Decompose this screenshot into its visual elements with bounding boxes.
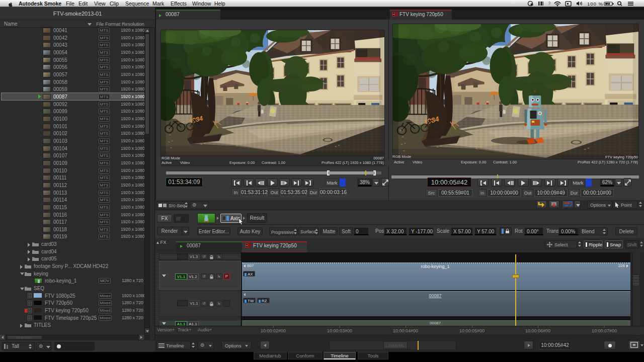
svg-text:100 %: 100 %	[587, 1, 603, 7]
